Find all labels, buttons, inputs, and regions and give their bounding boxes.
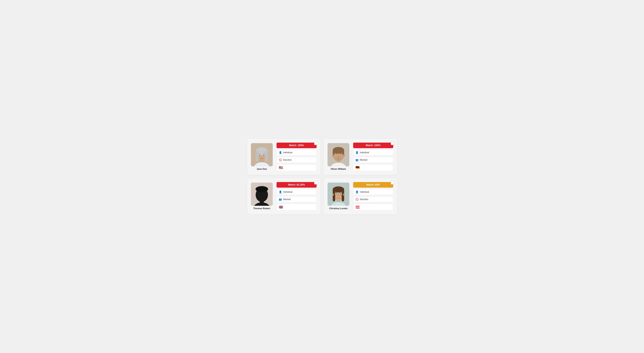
status-pill-oliver: 👥 Wanted: [353, 157, 393, 163]
photo-christina: [328, 183, 349, 206]
type-pill-thomas: 👤 Individual: [276, 189, 316, 195]
info-section-jane: Match: 100% 👤 Individual 🚫 Sanction 🇺🇸: [276, 143, 316, 171]
svg-rect-6: [265, 151, 268, 162]
svg-rect-16: [333, 150, 335, 155]
svg-point-9: [259, 155, 260, 156]
cards-grid: Jane Doe Match: 100% 👤 Individual 🚫 Sanc…: [247, 139, 397, 214]
type-pill-oliver: 👤 Individual: [353, 150, 393, 156]
svg-point-42: [340, 193, 341, 194]
svg-point-18: [332, 154, 334, 157]
photo-section-thomas: Thomas Robert: [251, 183, 273, 210]
flag-pill-thomas: 🇬🇧: [276, 204, 316, 211]
svg-point-23: [340, 154, 341, 155]
flag-pill-oliver: 🇩🇪: [353, 164, 393, 171]
wanted-icon-oliver: 👥: [356, 158, 358, 161]
svg-point-10: [263, 155, 264, 156]
svg-point-19: [343, 154, 345, 157]
flag-pill-christina: 🇦🇹: [353, 204, 393, 211]
flag-oliver: 🇩🇪: [356, 166, 360, 170]
flag-jane: 🇺🇸: [279, 166, 283, 170]
photo-oliver: [328, 143, 349, 166]
svg-point-38: [343, 193, 345, 196]
match-badge-thomas: Match: 81.25%: [276, 182, 316, 188]
photo-section-oliver: Oliver William: [328, 143, 349, 170]
flag-pill-jane: 🇺🇸: [276, 164, 316, 171]
svg-rect-17: [342, 150, 344, 155]
photo-thomas: [251, 183, 273, 206]
info-section-thomas: Match: 81.25% 👤 Individual 👥 Wanted 🇬🇧: [276, 182, 316, 211]
name-christina: Christina Lovato: [329, 207, 348, 210]
sanction-icon-christina: 🚫: [356, 198, 358, 201]
name-oliver: Oliver William: [331, 168, 346, 170]
individual-icon-jane: 👤: [279, 151, 282, 154]
sanction-icon-jane: 🚫: [279, 158, 282, 161]
flag-christina: 🇦🇹: [356, 205, 360, 209]
status-pill-thomas: 👥 Wanted: [276, 196, 316, 202]
status-pill-christina: 🚫 Sanction: [353, 196, 393, 202]
card-thomas-robert: Thomas Robert Match: 81.25% 👤 Individual…: [247, 178, 320, 214]
match-badge-oliver: Match: 100%: [353, 143, 393, 148]
individual-icon-christina: 👤: [356, 190, 358, 193]
card-christina-lovato: Christina Lovato Match: 65% 👤 Individual…: [324, 178, 397, 214]
svg-point-41: [336, 193, 337, 194]
status-pill-jane: 🚫 Sanction: [276, 157, 316, 163]
match-badge-jane: Match: 100%: [276, 143, 316, 148]
flag-thomas: 🇬🇧: [279, 205, 283, 209]
wanted-icon-thomas: 👥: [279, 198, 282, 201]
card-jane-doe: Jane Doe Match: 100% 👤 Individual 🚫 Sanc…: [247, 139, 320, 175]
svg-point-22: [336, 154, 337, 155]
type-pill-christina: 👤 Individual: [353, 189, 393, 195]
match-badge-christina: Match: 65%: [353, 182, 393, 188]
name-thomas: Thomas Robert: [253, 207, 270, 210]
card-checkbox-jane[interactable]: [314, 141, 318, 145]
name-jane: Jane Doe: [256, 168, 267, 170]
svg-rect-29: [260, 199, 264, 203]
info-section-christina: Match: 65% 👤 Individual 🚫 Sanction 🇦🇹: [353, 182, 393, 211]
card-checkbox-christina[interactable]: [391, 181, 394, 184]
svg-point-28: [256, 186, 268, 192]
card-checkbox-oliver[interactable]: [391, 141, 394, 145]
photo-section-christina: Christina Lovato: [328, 183, 349, 210]
photo-section-jane: Jane Doe: [251, 143, 273, 170]
svg-rect-5: [256, 151, 259, 162]
svg-point-24: [336, 158, 341, 160]
type-pill-jane: 👤 Individual: [276, 150, 316, 156]
svg-point-37: [332, 193, 334, 196]
card-oliver-william: Oliver William Match: 100% 👤 Individual …: [324, 139, 397, 175]
individual-icon-thomas: 👤: [279, 190, 282, 193]
individual-icon-oliver: 👤: [356, 151, 358, 154]
photo-jane: [251, 143, 273, 166]
card-checkbox-thomas[interactable]: [314, 181, 318, 184]
info-section-oliver: Match: 100% 👤 Individual 👥 Wanted 🇩🇪: [353, 143, 393, 171]
